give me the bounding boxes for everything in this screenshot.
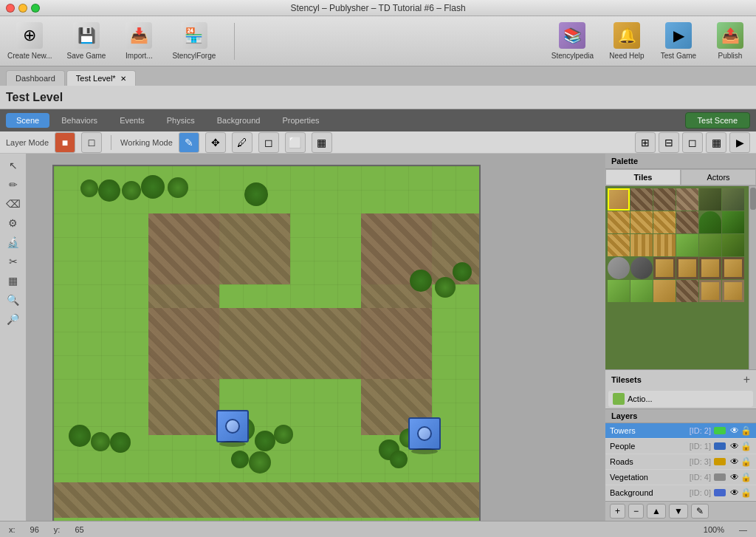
- layer-mode-btn-1[interactable]: ■: [55, 132, 75, 153]
- play-btn[interactable]: ▶: [729, 132, 750, 153]
- tile-stone-5[interactable]: [676, 280, 698, 302]
- add-layer-button[interactable]: +: [610, 504, 625, 519]
- working-mode-btn-1[interactable]: ✎: [179, 132, 199, 153]
- tile-rock-2[interactable]: [630, 257, 653, 279]
- tile-grass-4[interactable]: [608, 280, 630, 302]
- move-layer-up-button[interactable]: ▲: [647, 504, 666, 519]
- layer-lock-roads[interactable]: 🔒: [740, 456, 752, 467]
- tile-stone-1[interactable]: [630, 188, 653, 211]
- zoom-in-tool[interactable]: 🔍: [4, 291, 22, 309]
- tab-scene[interactable]: Scene: [6, 113, 49, 128]
- layer-row-roads[interactable]: Roads [ID: 3] 👁 🔒: [605, 454, 756, 470]
- tab-dashboard[interactable]: Dashboard: [6, 70, 65, 86]
- tab-actors[interactable]: Actors: [681, 169, 756, 185]
- layer-visibility-roads[interactable]: 👁: [730, 456, 739, 467]
- tile-bush-1[interactable]: [699, 211, 721, 233]
- eyedrop-tool[interactable]: 🔬: [4, 233, 22, 251]
- layer-row-people[interactable]: People [ID: 1] 👁 🔒: [605, 439, 756, 454]
- tile-crate-1[interactable]: [653, 257, 676, 279]
- select-tool[interactable]: ↖: [4, 157, 22, 174]
- tab-test-level[interactable]: Test Level* ✕: [66, 70, 136, 86]
- tile-crate-4[interactable]: [722, 257, 744, 279]
- eraser-tool[interactable]: ⌫: [4, 195, 22, 213]
- edit-layer-button[interactable]: ✎: [691, 504, 709, 519]
- cut-tool[interactable]: ✂: [4, 253, 22, 270]
- tile-stone-3[interactable]: [676, 188, 698, 211]
- layer-visibility-vegetation[interactable]: 👁: [730, 472, 739, 482]
- move-layer-down-button[interactable]: ▼: [669, 504, 688, 519]
- tile-bush-2[interactable]: [722, 211, 744, 233]
- scrollbar-thumb[interactable]: [750, 188, 756, 210]
- close-tab-icon[interactable]: ✕: [120, 75, 126, 83]
- layer-row-towers[interactable]: Towers [ID: 2] 👁 🔒: [605, 423, 756, 439]
- tile-rock-1[interactable]: [608, 257, 630, 279]
- tab-background[interactable]: Background: [207, 113, 271, 128]
- fill-tool[interactable]: ⚙: [4, 214, 22, 232]
- need-help-button[interactable]: 🔔 Need Help: [608, 22, 645, 60]
- working-mode-btn-3[interactable]: 🖊: [232, 132, 252, 153]
- scene-canvas[interactable]: [52, 165, 481, 521]
- tile-brick-5[interactable]: [630, 234, 653, 256]
- layer-visibility-people[interactable]: 👁: [730, 441, 739, 451]
- tile-brick-3[interactable]: [653, 211, 676, 233]
- working-mode-btn-2[interactable]: ✥: [205, 132, 226, 153]
- stencylpedia-button[interactable]: 📚 Stencylpedia: [551, 22, 594, 60]
- layer-row-vegetation[interactable]: Vegetation [ID: 4] 👁 🔒: [605, 470, 756, 485]
- tile-wood-1[interactable]: [699, 280, 721, 302]
- tile-stone-4[interactable]: [676, 211, 698, 233]
- add-tileset-button[interactable]: +: [743, 373, 750, 386]
- pencil-tool[interactable]: ✏: [4, 176, 22, 194]
- layer-lock-background[interactable]: 🔒: [740, 488, 752, 498]
- tab-behaviors[interactable]: Behaviors: [51, 113, 108, 128]
- tile-brick-1[interactable]: [608, 211, 630, 233]
- tile-grass-2[interactable]: [699, 234, 721, 256]
- import-button[interactable]: 📥 Import...: [120, 22, 157, 60]
- working-mode-btn-4[interactable]: ◻: [258, 132, 279, 153]
- palette-scrollbar[interactable]: [749, 186, 756, 369]
- tab-properties[interactable]: Properties: [272, 113, 329, 128]
- tile-crate-2[interactable]: [676, 257, 698, 279]
- maximize-button[interactable]: [31, 4, 40, 13]
- remove-layer-button[interactable]: −: [628, 504, 644, 519]
- working-mode-btn-6[interactable]: ▦: [312, 132, 332, 153]
- tile-selected[interactable]: [608, 188, 630, 211]
- tile-grass-3[interactable]: [722, 234, 744, 256]
- tab-physics[interactable]: Physics: [157, 113, 205, 128]
- tile-brick-6[interactable]: [653, 234, 676, 256]
- create-new-button[interactable]: ⊕ Create New...: [7, 22, 52, 60]
- view-mode-btn-3[interactable]: ◻: [682, 132, 703, 153]
- layer-lock-people[interactable]: 🔒: [740, 441, 752, 451]
- save-game-button[interactable]: 💾 Save Game: [67, 22, 106, 60]
- tile-brick-2[interactable]: [630, 211, 653, 233]
- tab-tiles[interactable]: Tiles: [605, 169, 681, 185]
- tile-grass-5[interactable]: [630, 280, 653, 302]
- test-scene-button[interactable]: Test Scene: [685, 112, 750, 129]
- tile-crate-3[interactable]: [699, 257, 721, 279]
- layer-visibility-background[interactable]: 👁: [730, 488, 739, 498]
- layer-lock-towers[interactable]: 🔒: [740, 425, 752, 436]
- view-mode-btn-2[interactable]: ⊟: [659, 132, 679, 153]
- zoom-out-tool[interactable]: 🔎: [4, 310, 22, 328]
- tileset-item-action[interactable]: Actio...: [608, 391, 753, 407]
- layer-row-background[interactable]: Background [ID: 0] 👁 🔒: [605, 485, 756, 501]
- working-mode-btn-5[interactable]: ⬜: [285, 132, 306, 153]
- scene-editor[interactable]: [27, 154, 605, 521]
- layer-visibility-towers[interactable]: 👁: [730, 425, 739, 436]
- layer-lock-vegetation[interactable]: 🔒: [740, 472, 752, 482]
- tile-brick-4[interactable]: [608, 234, 630, 256]
- view-mode-btn-1[interactable]: ⊞: [635, 132, 656, 153]
- close-button[interactable]: [6, 4, 15, 13]
- view-mode-btn-4[interactable]: ▦: [706, 132, 726, 153]
- tile-grass-1[interactable]: [676, 234, 698, 256]
- tile-dark-1[interactable]: [699, 188, 721, 211]
- tile-wood-2[interactable]: [722, 280, 744, 302]
- stencylforge-button[interactable]: 🏪 StencylForge: [172, 22, 216, 60]
- tile-dark-2[interactable]: [722, 188, 744, 211]
- tile-stone-2[interactable]: [653, 188, 676, 211]
- publish-button[interactable]: 📤 Publish: [712, 22, 749, 60]
- grid-tool[interactable]: ▦: [4, 272, 22, 290]
- layer-mode-btn-2[interactable]: □: [81, 132, 102, 153]
- palette-content[interactable]: [605, 186, 756, 369]
- tile-brick-7[interactable]: [653, 280, 676, 302]
- tab-events[interactable]: Events: [109, 113, 155, 128]
